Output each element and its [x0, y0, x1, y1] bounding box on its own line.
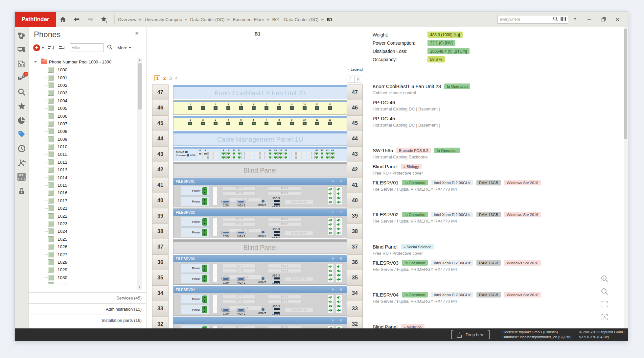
device-list-item[interactable]: SW-1565Brocade FOS 8.2In OperationHorizo… [373, 148, 616, 159]
sort-ascending-icon[interactable] [48, 44, 55, 51]
phone-number-item[interactable]: 1031 [29, 281, 137, 284]
switch-port[interactable] [232, 156, 236, 159]
lom-slot[interactable]: DinamicLOM [285, 231, 313, 235]
favorites-star-icon[interactable] [17, 102, 26, 110]
switch-port[interactable] [330, 152, 335, 155]
switch-port[interactable] [244, 152, 249, 155]
switch-port[interactable] [314, 152, 319, 155]
rack-page-4[interactable]: 4 [175, 76, 178, 81]
device-title[interactable]: FILESRV01 [373, 180, 399, 185]
switch-port[interactable] [237, 152, 242, 155]
lom-slot[interactable]: DinamicLOM [285, 200, 313, 204]
lock-icon[interactable] [17, 187, 26, 195]
patch-port[interactable]: 12 [328, 119, 332, 125]
phone-number-item[interactable]: 1022 [29, 212, 137, 220]
device-title[interactable]: Blind Panel [373, 244, 398, 250]
switch-port[interactable] [250, 152, 254, 155]
switch-port[interactable] [325, 152, 330, 155]
details-scrollbar[interactable] [624, 27, 628, 329]
home-icon[interactable] [56, 12, 70, 27]
breadcrumb-item[interactable]: Data Center (DC) [190, 17, 224, 22]
pci-slot[interactable]: PCI 6 [223, 299, 256, 304]
legend-link[interactable]: « Legend [313, 67, 363, 71]
favorite-add-star-icon[interactable] [97, 12, 111, 27]
switch-port[interactable] [208, 152, 213, 155]
scroll-down-arrow[interactable]: ▼ [137, 285, 142, 290]
app-logo[interactable]: Pathfinder [15, 12, 56, 27]
more-button[interactable]: More [117, 45, 131, 50]
switch-port[interactable] [198, 156, 202, 159]
rack-device-filesrv04[interactable]: FILESRV04F RPowerPowerPCI 7PCI 6PCI 5PCI… [173, 286, 347, 316]
pci-slot[interactable]: PCI 4 [268, 264, 301, 268]
switch-port[interactable] [320, 152, 324, 155]
search-sidebar-icon[interactable] [17, 88, 26, 96]
pci-slot[interactable]: PCI 6 [223, 191, 256, 196]
power-supply[interactable]: Power [181, 305, 209, 314]
pci-slot[interactable]: PCI 7 [223, 186, 256, 191]
patch-port[interactable]: 7 [264, 103, 268, 110]
patch-port[interactable]: 3 [214, 119, 218, 125]
rack-device-server[interactable]: F RPowerPowerPCI 7PCI 6PCI 5PCI 4PCI 3US… [173, 317, 347, 329]
close-window-button[interactable] [610, 12, 625, 27]
switch-port[interactable] [314, 156, 319, 159]
patch-port[interactable]: 7 [264, 119, 268, 125]
pci-slot[interactable]: PCI 6 [223, 222, 256, 227]
device-list-item[interactable]: FILESRV01In OperationIntel Xeon D 2.90GH… [373, 180, 616, 192]
patch-port[interactable]: 2 [201, 103, 205, 110]
pci-slot[interactable]: PCI 7 [223, 295, 256, 299]
switch-port[interactable] [255, 156, 260, 159]
tag-icon[interactable] [17, 130, 26, 139]
patch-port[interactable]: 10 [303, 103, 307, 110]
power-supply[interactable]: Power [181, 274, 209, 283]
patch-port[interactable]: 12 [328, 103, 332, 110]
device-title[interactable]: Blind Panel [373, 164, 398, 169]
switch-port[interactable] [221, 156, 226, 159]
switch-port[interactable] [330, 156, 335, 159]
breadcrumb-item[interactable]: Overview [118, 17, 136, 22]
switch-port[interactable] [273, 152, 278, 155]
switch-port[interactable] [260, 156, 265, 159]
patch-port[interactable]: 10 [303, 119, 307, 125]
breadcrumb-item[interactable]: B01 - Data Center (DC) [272, 17, 319, 22]
pci-slot[interactable]: PCI 7 [223, 264, 256, 268]
phone-number-item[interactable]: 1012 [29, 158, 137, 166]
rack-device-cable-management-panel-1u[interactable]: Cable Management Panel 1U [173, 131, 347, 146]
phone-number-item[interactable]: 1009 [29, 135, 137, 143]
switch-port[interactable] [273, 156, 278, 159]
pci-slot[interactable]: PCI 4 [268, 295, 301, 299]
breadcrumb-item[interactable]: B1 [327, 17, 333, 22]
rack-device-patch-panel[interactable]: 123456789101112 [173, 116, 347, 130]
switch-port[interactable] [268, 156, 272, 159]
phone-number-item[interactable]: 1005 [29, 105, 137, 112]
switch-port[interactable] [325, 156, 330, 159]
phone-number-item[interactable]: 1030 [29, 274, 137, 281]
device-list-item[interactable]: Blind Panel» BiologyFree RU / Protective… [373, 164, 616, 176]
tree-root-node[interactable]: Phone Number Pool 1000 - 1300 [29, 58, 137, 66]
phone-number-item[interactable]: 1001 [29, 74, 137, 81]
rack-device-filesrv03[interactable]: FILESRV03F RPowerPowerPCI 7PCI 6PCI 5PCI… [173, 255, 347, 285]
switch-port[interactable] [296, 156, 301, 159]
pie-chart-icon[interactable] [17, 116, 26, 125]
power-supply[interactable]: Power [181, 263, 209, 273]
patch-port[interactable]: 8 [277, 119, 281, 125]
pci-slot[interactable]: PCI 3 [268, 299, 301, 304]
patch-port[interactable]: 5 [239, 103, 243, 110]
phone-number-item[interactable]: 1027 [29, 251, 137, 258]
pci-slot[interactable]: PCI 6 [223, 269, 256, 273]
restore-window-button[interactable] [596, 12, 610, 27]
rack-device-blind-panel[interactable]: Blind Panel [173, 239, 347, 254]
switch-port[interactable] [320, 156, 324, 159]
power-supply[interactable]: Power [181, 186, 209, 196]
patch-port[interactable]: 9 [290, 103, 294, 110]
switch-port[interactable] [260, 152, 265, 155]
tools-icon[interactable]: 3 [17, 74, 26, 82]
device-title[interactable]: PP-DC-45 [373, 116, 395, 121]
front-toggle[interactable]: F [347, 76, 355, 83]
switch-port[interactable] [250, 156, 254, 159]
phone-number-item[interactable]: 1008 [29, 128, 137, 135]
pci-slot[interactable]: PCI 3 [268, 191, 301, 196]
device-title[interactable]: SW-1565 [373, 148, 393, 153]
phone-number-item[interactable]: 1014 [29, 174, 137, 181]
floorplan-icon[interactable] [17, 60, 26, 68]
device-title[interactable]: FILESRV03 [373, 260, 399, 266]
